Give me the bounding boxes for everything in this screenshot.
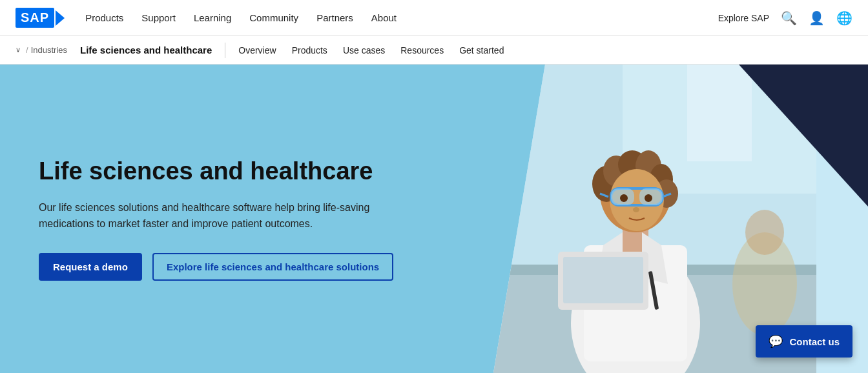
nav-link-support[interactable]: Support [141,10,176,26]
search-icon[interactable]: 🔍 [781,10,797,26]
globe-icon[interactable]: 🌐 [836,10,852,26]
svg-point-23 [633,207,639,212]
sec-nav-use-cases[interactable]: Use cases [343,45,385,55]
contact-us-button[interactable]: 💬 Contact us [756,325,852,358]
contact-us-label: Contact us [789,336,840,347]
svg-rect-2 [687,65,752,161]
hero-title: Life sciences and healthcare [39,157,393,186]
chevron-down-icon: ∨ [16,46,21,54]
nav-right: Explore SAP 🔍 👤 🌐 [718,10,852,26]
sap-logo[interactable]: SAP [16,8,65,28]
breadcrumb-separator: / [26,45,28,55]
svg-point-21 [620,194,628,202]
section-title: Life sciences and healthcare [80,45,212,55]
svg-point-22 [645,194,652,202]
sec-nav-products[interactable]: Products [292,45,327,55]
vertical-divider [225,43,225,58]
explore-solutions-button[interactable]: Explore life sciences and healthcare sol… [152,253,393,281]
svg-rect-27 [563,257,643,303]
sec-nav-links: Overview Products Use cases Resources Ge… [238,45,504,55]
chat-icon: 💬 [769,334,783,348]
sec-nav-overview[interactable]: Overview [238,45,276,55]
secondary-nav: ∨ / Industries Life sciences and healthc… [0,36,868,65]
hero-content: Life sciences and healthcare Our life sc… [39,157,393,281]
hero-buttons: Request a demo Explore life sciences and… [39,253,393,281]
nav-link-about[interactable]: About [371,10,397,26]
hero-description: Our life sciences solutions and healthca… [39,199,375,232]
nav-link-products[interactable]: Products [85,10,123,26]
logo-box: SAP [16,8,54,28]
svg-point-30 [745,210,784,255]
user-icon[interactable]: 👤 [809,10,825,26]
breadcrumb-industries[interactable]: Industries [31,45,67,55]
nav-link-partners[interactable]: Partners [316,10,353,26]
nav-links: Products Support Learning Community Part… [85,10,718,26]
hero-section: Life sciences and healthcare Our life sc… [0,65,868,373]
nav-link-community[interactable]: Community [249,10,298,26]
explore-sap-link[interactable]: Explore SAP [718,13,769,23]
request-demo-button[interactable]: Request a demo [39,253,142,281]
logo-arrow-icon [56,10,65,26]
sec-nav-resources[interactable]: Resources [400,45,444,55]
breadcrumb: ∨ / Industries [16,45,67,55]
sec-nav-get-started[interactable]: Get started [459,45,504,55]
logo-text: SAP [21,10,49,25]
top-nav: SAP Products Support Learning Community … [0,0,868,36]
nav-link-learning[interactable]: Learning [194,10,231,26]
